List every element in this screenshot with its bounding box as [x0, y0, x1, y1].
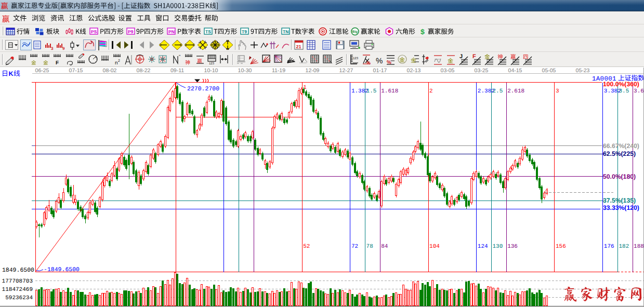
svg-text:1.618: 1.618	[381, 88, 398, 95]
svg-text:62.5%(225): 62.5%(225)	[603, 150, 636, 157]
svg-text:21: 21	[296, 44, 301, 49]
svg-text:05-05: 05-05	[542, 68, 556, 74]
svg-text:2.618: 2.618	[507, 88, 524, 95]
svg-text:10-30: 10-30	[238, 68, 252, 74]
svg-text:T9: T9	[242, 29, 247, 34]
svg-text:2270.2700: 2270.2700	[187, 86, 219, 92]
svg-text:78: 78	[366, 244, 373, 250]
svg-text:J: J	[459, 54, 463, 60]
svg-text:09-11: 09-11	[170, 68, 184, 74]
svg-text:08-22: 08-22	[137, 68, 151, 74]
svg-text:3: 3	[51, 46, 54, 51]
svg-text:1A0001: 1A0001	[592, 75, 616, 83]
svg-text:F: F	[56, 60, 59, 66]
svg-text:177708703: 177708703	[2, 278, 33, 285]
svg-text:2: 2	[429, 88, 433, 95]
svg-text:3.5: 3.5	[619, 88, 629, 95]
svg-text:123: 123	[209, 62, 215, 65]
svg-text:104: 104	[429, 244, 440, 250]
svg-text:50.0%(180): 50.0%(180)	[603, 173, 636, 180]
svg-text:-1849.6500: -1849.6500	[44, 266, 80, 273]
svg-text:%: %	[376, 57, 383, 65]
svg-text:1.5: 1.5	[366, 88, 377, 95]
svg-text:59236234: 59236234	[5, 295, 33, 301]
svg-text:04-15: 04-15	[508, 68, 522, 74]
svg-text:Big: Big	[352, 30, 358, 34]
svg-text:07-15: 07-15	[69, 68, 83, 74]
svg-text:02-13: 02-13	[407, 68, 421, 74]
svg-text:12-27: 12-27	[339, 68, 353, 74]
svg-text:3: 3	[556, 88, 559, 95]
svg-text:1849.6500: 1849.6500	[2, 267, 34, 274]
svg-text:12-09: 12-09	[306, 68, 320, 74]
svg-text:": "	[179, 54, 180, 59]
svg-text:08-02: 08-02	[103, 68, 117, 74]
svg-text:84: 84	[381, 244, 388, 250]
svg-text:06-25: 06-25	[35, 68, 49, 74]
svg-text:11-19: 11-19	[272, 68, 285, 74]
svg-text:130: 130	[493, 244, 503, 250]
svg-text:03-05: 03-05	[441, 68, 455, 74]
svg-text:P9: P9	[128, 29, 134, 34]
svg-text:118472469: 118472469	[2, 287, 33, 293]
svg-text:3.618: 3.618	[634, 88, 644, 95]
svg-text:10-10: 10-10	[204, 68, 218, 74]
svg-text:05-23: 05-23	[576, 68, 590, 74]
svg-text:33.33%(120): 33.33%(120)	[603, 204, 639, 211]
svg-text:182: 182	[619, 244, 629, 250]
svg-text:66.67%(240): 66.67%(240)	[603, 142, 639, 150]
svg-text:2: 2	[118, 59, 120, 63]
svg-text:136: 136	[507, 244, 518, 250]
svg-text:n: n	[115, 60, 118, 66]
svg-text:$: $	[420, 28, 425, 36]
svg-text:01-17: 01-17	[373, 68, 387, 74]
svg-text:2.5: 2.5	[493, 88, 503, 95]
svg-text:%: %	[366, 60, 371, 65]
svg-text:03-25: 03-25	[475, 68, 489, 74]
svg-text:188: 188	[634, 244, 644, 250]
svg-text:72: 72	[351, 244, 358, 250]
svg-text:PN: PN	[168, 29, 175, 34]
svg-text:37.5%(135): 37.5%(135)	[603, 197, 636, 204]
svg-text:K: K	[9, 70, 14, 77]
svg-text:TS: TS	[205, 29, 211, 34]
svg-text:PS: PS	[91, 29, 97, 34]
svg-text:9: 9	[62, 46, 65, 51]
svg-text:156: 156	[556, 244, 566, 250]
svg-text:F: F	[472, 54, 476, 60]
svg-text:176: 176	[604, 244, 614, 250]
svg-text:52: 52	[303, 244, 310, 250]
svg-text:123: 123	[353, 57, 359, 60]
svg-text:TN: TN	[283, 29, 288, 34]
svg-text:124: 124	[478, 244, 488, 250]
